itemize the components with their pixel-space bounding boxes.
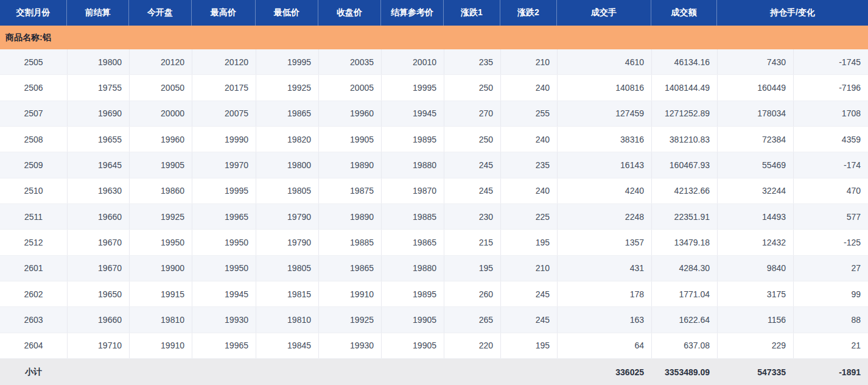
- cell-delivery-month: 2506: [0, 75, 67, 100]
- header-prev-settlement: 前结算: [67, 0, 129, 26]
- cell-volume: 140816: [557, 75, 651, 100]
- cell-volume: 178: [557, 281, 651, 306]
- cell-turnover: 1271252.89: [651, 101, 717, 126]
- cell-open-interest: 7430: [717, 49, 793, 74]
- commodity-name-label: 商品名称:铝: [5, 32, 51, 43]
- cell-high: 19970: [192, 152, 256, 177]
- cell-close: 19930: [318, 333, 381, 358]
- cell-delivery-month: 2604: [0, 333, 67, 358]
- cell-change-2: 255: [500, 101, 557, 126]
- cell-close: 19875: [318, 178, 381, 203]
- cell-change-1: 195: [444, 256, 500, 281]
- cell-low: 19995: [256, 49, 318, 74]
- subtotal-high: [192, 359, 256, 385]
- cell-delivery-month: 2512: [0, 230, 67, 255]
- cell-change-2: 210: [500, 49, 557, 74]
- cell-turnover: 1771.04: [651, 281, 717, 306]
- cell-change-1: 220: [444, 333, 500, 358]
- cell-change-2: 195: [500, 230, 557, 255]
- cell-low: 19790: [256, 204, 318, 229]
- cell-change-2: 195: [500, 333, 557, 358]
- table-row: 2601196701990019950198051986519880195210…: [0, 256, 868, 281]
- subtotal-settlement-ref: [381, 359, 444, 385]
- cell-high: 20075: [192, 101, 256, 126]
- cell-open-interest: 12432: [717, 230, 793, 255]
- cell-high: 19995: [192, 178, 256, 203]
- subtotal-open: [129, 359, 192, 385]
- cell-change-2: 245: [500, 281, 557, 306]
- cell-oi-change: -174: [793, 152, 868, 177]
- subtotal-low: [256, 359, 318, 385]
- commodity-name-banner: 商品名称:铝: [0, 26, 868, 49]
- cell-volume: 16143: [557, 152, 651, 177]
- cell-low: 19820: [256, 127, 318, 152]
- cell-prev-settlement: 19660: [67, 204, 129, 229]
- cell-low: 19815: [256, 281, 318, 306]
- cell-change-1: 250: [444, 127, 500, 152]
- subtotal-volume: 336025: [557, 359, 651, 385]
- cell-high: 19930: [192, 307, 256, 332]
- header-low: 最低价: [256, 0, 318, 26]
- cell-prev-settlement: 19645: [67, 152, 129, 177]
- cell-delivery-month: 2603: [0, 307, 67, 332]
- cell-oi-change: 99: [793, 281, 868, 306]
- cell-volume: 4240: [557, 178, 651, 203]
- cell-volume: 127459: [557, 101, 651, 126]
- cell-change-2: 225: [500, 204, 557, 229]
- cell-volume: 431: [557, 256, 651, 281]
- cell-delivery-month: 2602: [0, 281, 67, 306]
- cell-turnover: 46134.16: [651, 49, 717, 74]
- cell-open: 19810: [129, 307, 192, 332]
- cell-low: 19925: [256, 75, 318, 100]
- cell-high: 19950: [192, 256, 256, 281]
- cell-open-interest: 9840: [717, 256, 793, 281]
- subtotal-open-interest: 547335: [717, 359, 793, 385]
- cell-high: 19950: [192, 230, 256, 255]
- cell-volume: 64: [557, 333, 651, 358]
- cell-prev-settlement: 19755: [67, 75, 129, 100]
- table-row: 2506197552005020175199252000519995250240…: [0, 75, 868, 101]
- cell-turnover: 381210.83: [651, 127, 717, 152]
- cell-oi-change: 577: [793, 204, 868, 229]
- cell-close: 19960: [318, 101, 381, 126]
- cell-prev-settlement: 19630: [67, 178, 129, 203]
- table-row: 2603196601981019930198101992519905265245…: [0, 307, 868, 333]
- cell-change-1: 260: [444, 281, 500, 306]
- cell-change-1: 270: [444, 101, 500, 126]
- cell-prev-settlement: 19670: [67, 256, 129, 281]
- cell-open-interest: 1156: [717, 307, 793, 332]
- subtotal-oi-change: -1891: [793, 359, 868, 385]
- cell-open-interest: 72384: [717, 127, 793, 152]
- cell-settlement-ref: 19905: [381, 333, 444, 358]
- cell-low: 19865: [256, 101, 318, 126]
- cell-prev-settlement: 19710: [67, 333, 129, 358]
- table-row: 2512196701995019950197901988519865215195…: [0, 230, 868, 255]
- cell-settlement-ref: 19995: [381, 75, 444, 100]
- cell-delivery-month: 2509: [0, 152, 67, 177]
- cell-open: 19960: [129, 127, 192, 152]
- table-row: 2505198002012020120199952003520010235210…: [0, 49, 868, 75]
- cell-oi-change: 470: [793, 178, 868, 203]
- cell-open-interest: 178034: [717, 101, 793, 126]
- cell-low: 19805: [256, 178, 318, 203]
- cell-oi-change: 27: [793, 256, 868, 281]
- cell-delivery-month: 2511: [0, 204, 67, 229]
- cell-close: 19865: [318, 256, 381, 281]
- table-row: 2602196501991519945198151991019895260245…: [0, 281, 868, 307]
- cell-oi-change: 1708: [793, 101, 868, 126]
- subtotal-change-1: [444, 359, 500, 385]
- subtotal-prev-settlement: [67, 359, 129, 385]
- header-change-2: 涨跌2: [500, 0, 557, 26]
- table-row: 2509196451990519970198001989019880245235…: [0, 152, 868, 178]
- cell-turnover: 1408144.49: [651, 75, 717, 100]
- header-turnover: 成交额: [651, 0, 717, 26]
- cell-prev-settlement: 19800: [67, 49, 129, 74]
- cell-close: 20035: [318, 49, 381, 74]
- cell-open: 19910: [129, 333, 192, 358]
- header-close: 收盘价: [318, 0, 381, 26]
- cell-high: 19990: [192, 127, 256, 152]
- header-settlement-ref: 结算参考价: [381, 0, 444, 26]
- cell-close: 20005: [318, 75, 381, 100]
- cell-high: 19965: [192, 204, 256, 229]
- header-open: 今开盘: [129, 0, 192, 26]
